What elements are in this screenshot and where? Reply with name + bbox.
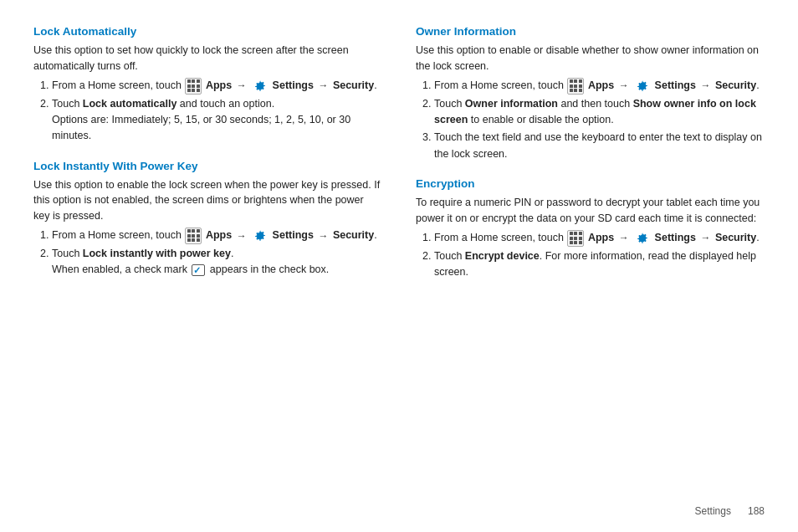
apps-label-li1: Apps: [206, 229, 232, 241]
section-owner-information: Owner Information Use this option to ena…: [416, 25, 765, 162]
la-step-1: From a Home screen, touch Apps → Setting…: [52, 78, 382, 95]
bold-lock-instant: Lock instantly with power key: [83, 248, 231, 259]
security-la1: Security: [333, 79, 374, 91]
footer-page: 188: [748, 505, 765, 517]
arrow-li1: →: [237, 228, 247, 244]
apps-icon-li1: [185, 228, 202, 244]
gear-svg-la1: [253, 79, 267, 93]
li-step-2: Touch Lock instantly with power key. Whe…: [52, 246, 382, 279]
owner-information-intro: Use this option to enable or disable whe…: [416, 43, 765, 74]
oi-step-1: From a Home screen, touch Apps → Setting…: [434, 78, 765, 95]
checkmark-icon: [192, 264, 205, 276]
settings-label-oi1: Settings: [655, 79, 696, 91]
page-layout: Lock Automatically Use this option to se…: [33, 25, 765, 515]
security-oi1: Security: [715, 79, 756, 91]
lock-instantly-intro: Use this option to enable the lock scree…: [33, 177, 382, 224]
oi-step-3: Touch the text field and use the keyboar…: [434, 130, 765, 162]
settings-icon-la1: [252, 78, 269, 95]
settings-icon-enc1: [634, 230, 651, 247]
encryption-steps: From a Home screen, touch Apps → Setting…: [416, 230, 765, 281]
apps-label-oi1: Apps: [588, 79, 614, 91]
apps-grid-oi1: [570, 79, 582, 92]
arrow2-oi1: →: [700, 78, 710, 94]
encryption-title: Encryption: [416, 177, 765, 190]
apps-icon-oi1: [567, 78, 584, 95]
la-options: Options are: Immediately; 5, 15, or 30 s…: [52, 112, 382, 145]
section-lock-automatically: Lock Automatically Use this option to se…: [33, 25, 382, 145]
settings-icon-oi1: [634, 78, 651, 95]
arrow-enc1: →: [619, 230, 629, 246]
apps-label-la1: Apps: [206, 79, 232, 91]
bold-lock-auto: Lock automatically: [83, 98, 177, 110]
la-step-2: Touch Lock automatically and touch an op…: [52, 96, 382, 145]
apps-grid-enc1: [570, 232, 582, 244]
owner-information-steps: From a Home screen, touch Apps → Setting…: [416, 78, 765, 163]
apps-label-enc1: Apps: [588, 232, 614, 243]
security-li1: Security: [333, 229, 374, 241]
arrow2-li1: →: [318, 228, 328, 244]
settings-icon-li1: [252, 228, 269, 244]
lock-automatically-steps: From a Home screen, touch Apps → Setting…: [33, 78, 382, 145]
gear-svg-enc1: [636, 232, 649, 245]
page-footer: Settings 188: [695, 505, 765, 517]
enc-step-2: Touch Encrypt device. For more informati…: [434, 248, 765, 281]
settings-label-enc1: Settings: [655, 232, 696, 243]
section-lock-instantly: Lock Instantly With Power Key Use this o…: [33, 160, 382, 279]
arrow-oi1: →: [619, 78, 629, 94]
apps-grid-la1: [187, 79, 200, 92]
section-encryption: Encryption To require a numeric PIN or p…: [416, 177, 765, 280]
oi-step-2: Touch Owner information and then touch S…: [434, 96, 765, 129]
apps-grid-li1: [187, 229, 200, 242]
encryption-intro: To require a numeric PIN or password to …: [416, 195, 765, 227]
settings-label-la1: Settings: [273, 79, 314, 91]
bold-owner-info: Owner information: [465, 98, 558, 110]
apps-icon-enc1: [567, 230, 584, 247]
gear-svg-li1: [253, 229, 267, 243]
li-step-1: From a Home screen, touch Apps → Setting…: [52, 228, 382, 244]
li-checkmark-text: When enabled, a check mark appears in th…: [52, 262, 382, 278]
lock-automatically-title: Lock Automatically: [33, 25, 382, 38]
arrow2-enc1: →: [700, 230, 710, 246]
lock-automatically-intro: Use this option to set how quickly to lo…: [33, 43, 382, 74]
apps-icon-la1: [185, 78, 202, 95]
bold-encrypt-device: Encrypt device: [465, 250, 540, 262]
left-column: Lock Automatically Use this option to se…: [33, 25, 382, 515]
enc-step-1: From a Home screen, touch Apps → Setting…: [434, 230, 765, 247]
arrow-la1: →: [237, 78, 247, 94]
settings-label-li1: Settings: [273, 229, 314, 241]
footer-label: Settings: [695, 505, 731, 517]
owner-information-title: Owner Information: [416, 25, 765, 38]
lock-instantly-title: Lock Instantly With Power Key: [33, 160, 382, 172]
security-enc1: Security: [715, 232, 756, 243]
gear-svg-oi1: [636, 79, 649, 93]
lock-instantly-steps: From a Home screen, touch Apps → Setting…: [33, 228, 382, 279]
right-column: Owner Information Use this option to ena…: [416, 25, 765, 515]
arrow2-la1: →: [318, 78, 328, 94]
